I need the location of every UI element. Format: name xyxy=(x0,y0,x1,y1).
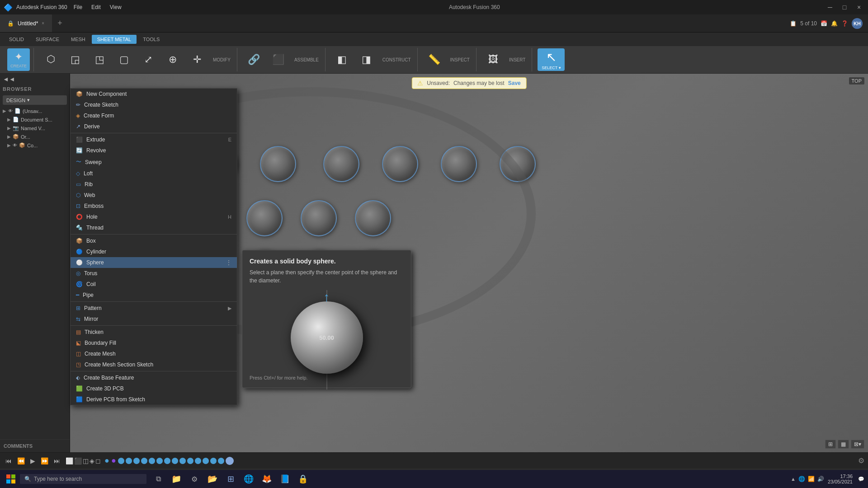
tab-sheet-metal[interactable]: SHEET METAL xyxy=(92,35,137,44)
timeline-keyframe-2[interactable] xyxy=(126,458,132,464)
timeline-keyframe-7[interactable] xyxy=(164,458,170,464)
browser-item-doc[interactable]: ▶ 👁 📄 (Unsav... xyxy=(0,107,70,115)
menu-item-mirror[interactable]: ⇆ Mirror xyxy=(71,314,237,324)
app2-button[interactable]: 🦊 xyxy=(259,471,275,487)
timeline-keyframe-11[interactable] xyxy=(195,458,201,464)
chrome-button[interactable]: 🌐 xyxy=(241,471,257,487)
file-manager-button[interactable]: 📂 xyxy=(204,471,221,487)
volume-icon[interactable]: 🔊 xyxy=(817,476,824,482)
browser-item-component[interactable]: ▶ 👁 📦 Co... xyxy=(0,141,70,150)
start-button[interactable] xyxy=(2,470,20,488)
menu-item-sphere[interactable]: ⚪ Sphere ⋮ xyxy=(71,257,237,268)
press-pull-button[interactable]: ⬡ xyxy=(39,48,62,71)
menu-item-new-component[interactable]: 📦 New Component xyxy=(71,89,237,99)
tab-close-icon[interactable]: × xyxy=(42,21,44,26)
menu-item-derive[interactable]: ↗ Derive xyxy=(71,121,237,132)
viewport-view-button[interactable]: ⊠▾ xyxy=(851,440,864,449)
timeline-next-button[interactable]: ⏩ xyxy=(39,456,50,465)
taskbar-search[interactable]: 🔍 Type here to search xyxy=(20,474,146,484)
title-menu-file[interactable]: File xyxy=(71,4,85,10)
menu-item-hole[interactable]: ⭕ Hole H xyxy=(71,211,237,222)
title-menu-edit[interactable]: Edit xyxy=(89,4,104,10)
menu-item-create-3d-pcb[interactable]: 🟩 Create 3D PCB xyxy=(71,383,237,394)
tab-solid[interactable]: SOLID xyxy=(4,35,29,44)
new-tab-button[interactable]: + xyxy=(52,14,68,32)
help-icon[interactable]: ❓ xyxy=(841,20,848,27)
timeline-keyframe-4[interactable] xyxy=(141,458,147,464)
close-button[interactable]: × xyxy=(854,2,864,13)
timeline-keyframe-9[interactable] xyxy=(179,458,186,464)
menu-item-sweep[interactable]: 〜 Sweep xyxy=(71,156,237,168)
menu-item-box[interactable]: 📦 Box xyxy=(71,235,237,246)
browser-item-document-settings[interactable]: ▶ 📄 Document S... xyxy=(0,115,70,124)
app4-button[interactable]: 🔒 xyxy=(295,471,311,487)
wifi-icon[interactable]: 📶 xyxy=(808,476,815,482)
menu-item-rib[interactable]: ▭ Rib xyxy=(71,179,237,190)
as-built-joint-button[interactable]: ⬛ xyxy=(267,48,290,71)
menu-item-boundary-fill[interactable]: ⬕ Boundary Fill xyxy=(71,338,237,348)
tab-mesh[interactable]: MESH xyxy=(66,35,91,44)
frame-tool-1[interactable]: ⬜ xyxy=(66,457,73,465)
menu-item-coil[interactable]: 🌀 Coil xyxy=(71,279,237,290)
combine-button[interactable]: ⊕ xyxy=(161,48,184,71)
nav-back-arrow[interactable]: ◄◄ xyxy=(3,75,15,83)
menu-item-web[interactable]: ⬡ Web xyxy=(71,190,237,201)
frame-tool-2[interactable]: ⬛ xyxy=(74,457,82,465)
file-explorer-button[interactable]: 📁 xyxy=(168,471,184,487)
timeline-settings-button[interactable]: ⚙ xyxy=(858,456,864,465)
maximize-button[interactable]: □ xyxy=(839,2,850,13)
minimize-button[interactable]: ─ xyxy=(825,2,835,13)
menu-item-derive-pcb[interactable]: 🟦 Derive PCB from Sketch xyxy=(71,394,237,405)
tab-surface[interactable]: SURFACE xyxy=(30,35,65,44)
select-button[interactable]: ↖ SELECT ▾ xyxy=(538,48,565,71)
menu-item-cylinder[interactable]: 🔵 Cylinder xyxy=(71,246,237,257)
measure-button[interactable]: 📏 xyxy=(423,48,446,71)
tab-untitled[interactable]: 🔒 Untitled* × xyxy=(0,14,52,32)
browser-item-origin[interactable]: ▶ 📦 Or... xyxy=(0,132,70,141)
chamfer-button[interactable]: ◳ xyxy=(88,48,111,71)
menu-item-create-base-feature[interactable]: ⬖ Create Base Feature xyxy=(71,372,237,383)
frame-tool-3[interactable]: ◫ xyxy=(83,457,89,465)
timeline-keyframe-1[interactable] xyxy=(118,458,124,464)
menu-item-create-mesh-section[interactable]: ◳ Create Mesh Section Sketch xyxy=(71,359,237,370)
timeline-play-button[interactable]: ▶ xyxy=(28,456,37,465)
menu-item-extrude[interactable]: ⬛ Extrude E xyxy=(71,134,237,145)
timeline-end-button[interactable]: ⏭ xyxy=(52,456,62,465)
notification-button[interactable]: 💬 xyxy=(856,476,866,482)
timeline-keyframe-14[interactable] xyxy=(218,458,224,464)
frame-tool-5[interactable]: ◻ xyxy=(95,457,101,465)
menu-item-revolve[interactable]: 🔄 Revolve xyxy=(71,145,237,156)
midplane-button[interactable]: ◨ xyxy=(355,48,378,71)
clock[interactable]: 17:36 23/05/2021 xyxy=(828,474,853,484)
browser-item-named-views[interactable]: ▶ 📷 Named V... xyxy=(0,124,70,132)
app1-button[interactable]: ⊞ xyxy=(222,471,239,487)
menu-item-create-sketch[interactable]: ✏ Create Sketch xyxy=(71,99,237,110)
viewport-grid-button[interactable]: ▦ xyxy=(838,440,849,449)
menu-item-create-form[interactable]: ◈ Create Form xyxy=(71,110,237,121)
timeline-keyframe-12[interactable] xyxy=(203,458,209,464)
timeline-keyframe-current[interactable] xyxy=(226,457,234,465)
offset-plane-button[interactable]: ◧ xyxy=(331,48,354,71)
viewport-display-button[interactable]: ⊞ xyxy=(825,440,836,449)
design-button[interactable]: DESIGN ▾ xyxy=(3,95,67,105)
frame-tool-4[interactable]: ◈ xyxy=(90,457,94,465)
app3-button[interactable]: 📘 xyxy=(277,471,293,487)
tab-tools[interactable]: TOOLS xyxy=(137,35,165,44)
timeline-keyframe-3[interactable] xyxy=(133,458,140,464)
bell-icon[interactable]: 🔔 xyxy=(831,20,838,27)
timeline-prev-button[interactable]: ⏪ xyxy=(15,456,27,465)
timeline-start-button[interactable]: ⏮ xyxy=(4,456,14,465)
user-avatar[interactable]: KH xyxy=(852,18,863,29)
settings-button[interactable]: ⚙ xyxy=(186,471,203,487)
menu-item-create-mesh[interactable]: ◫ Create Mesh xyxy=(71,348,237,359)
network-icon[interactable]: 🌐 xyxy=(798,476,805,482)
shell-button[interactable]: ▢ xyxy=(113,48,135,71)
menu-item-emboss[interactable]: ⊡ Emboss xyxy=(71,201,237,211)
menu-item-torus[interactable]: ◎ Torus xyxy=(71,268,237,279)
menu-item-pipe[interactable]: ━ Pipe xyxy=(71,290,237,300)
fillet-button[interactable]: ◲ xyxy=(64,48,86,71)
timeline-dot-1[interactable]: ● xyxy=(104,456,109,465)
save-button[interactable]: Save xyxy=(508,80,521,86)
timeline-keyframe-10[interactable] xyxy=(187,458,193,464)
timeline-keyframe-5[interactable] xyxy=(149,458,155,464)
